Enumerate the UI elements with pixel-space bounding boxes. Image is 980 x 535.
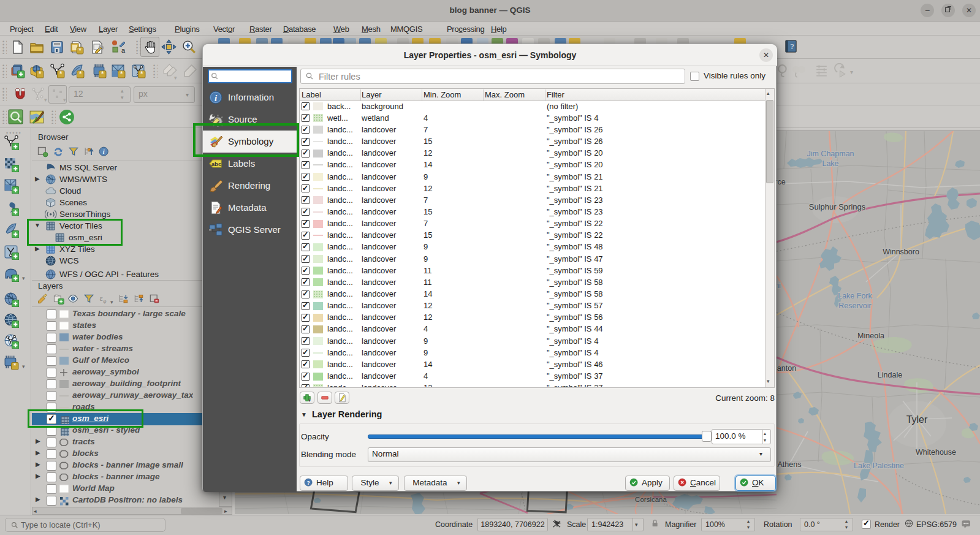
svg-text:ε: ε bbox=[100, 294, 103, 303]
svg-text:Winnsboro: Winnsboro bbox=[883, 248, 919, 256]
svg-text:Corsicana: Corsicana bbox=[635, 496, 667, 503]
svg-text:*: * bbox=[13, 362, 17, 370]
svg-text:*: * bbox=[140, 70, 143, 78]
svg-text:*: * bbox=[120, 70, 123, 78]
svg-text:Lake Fork: Lake Fork bbox=[838, 292, 872, 300]
svg-text:Mineola: Mineola bbox=[857, 332, 884, 340]
svg-text:*: * bbox=[78, 47, 82, 55]
svg-text:Tyler: Tyler bbox=[906, 414, 928, 425]
svg-text:Lake Palestine: Lake Palestine bbox=[854, 461, 904, 470]
svg-text:abc: abc bbox=[211, 161, 221, 167]
svg-text:?: ? bbox=[306, 480, 310, 486]
svg-text:Reservoir: Reservoir bbox=[838, 302, 872, 310]
svg-text:Whitehouse: Whitehouse bbox=[916, 448, 956, 457]
svg-text:?: ? bbox=[790, 42, 794, 51]
svg-text:Sulphur Springs: Sulphur Springs bbox=[809, 202, 866, 211]
svg-text:*: * bbox=[101, 70, 104, 78]
svg-text:Jim Chapman: Jim Chapman bbox=[807, 150, 854, 158]
svg-text:*: * bbox=[59, 70, 63, 78]
svg-text:Lindale: Lindale bbox=[878, 371, 902, 379]
svg-text:*: * bbox=[39, 70, 42, 78]
svg-text:i: i bbox=[103, 148, 105, 155]
svg-text:Lake: Lake bbox=[822, 159, 838, 168]
svg-text:a: a bbox=[121, 47, 126, 54]
svg-text:*: * bbox=[79, 70, 82, 78]
svg-text:Athens: Athens bbox=[778, 460, 802, 469]
svg-text:φ: φ bbox=[103, 298, 106, 304]
